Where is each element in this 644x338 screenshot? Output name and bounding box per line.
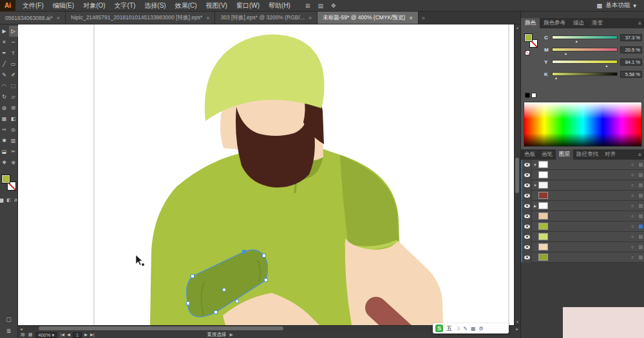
target-circle-icon[interactable]: ○	[629, 224, 636, 229]
artboard-number-field[interactable]: 1	[73, 332, 82, 338]
menu-item-1[interactable]: 文件(F)	[18, 0, 48, 12]
slider-track[interactable]: ▲	[552, 35, 618, 39]
status-doc-icon-1[interactable]: ▤	[21, 332, 25, 337]
anchor-point[interactable]	[265, 279, 268, 282]
slider-value-field[interactable]: 20.5 %	[620, 46, 642, 53]
close-icon[interactable]: ×	[409, 15, 412, 21]
visibility-cell[interactable]	[522, 221, 532, 232]
black-swatch[interactable]	[525, 93, 530, 98]
slider-track[interactable]: ▲	[552, 60, 618, 64]
color-type-button-2[interactable]: ◧	[6, 197, 12, 203]
document-canvas[interactable]	[18, 24, 514, 325]
layer-thumbnail[interactable]	[538, 223, 548, 230]
panel-menu-icon[interactable]: ≡	[638, 18, 644, 28]
scroll-up-icon[interactable]: ▲	[516, 26, 519, 30]
ime-icon-3[interactable]: ▦	[471, 326, 476, 332]
rotate-tool[interactable]: ↻	[0, 91, 9, 102]
slider-value-field[interactable]: 5.58 %	[620, 71, 642, 78]
fill-swatch[interactable]	[1, 174, 10, 183]
first-artboard-icon[interactable]: |◀	[60, 332, 64, 337]
line-segment-tool[interactable]: ╱	[0, 59, 9, 70]
ime-mode-label[interactable]: 五	[446, 324, 452, 333]
pen-tool[interactable]: ✒	[0, 48, 9, 59]
lasso-tool[interactable]: ∽	[9, 37, 18, 48]
color-panel-tab-3[interactable]: 描边	[569, 18, 588, 28]
layer-row-3[interactable]: ▼○	[521, 180, 644, 191]
menu-item-2[interactable]: 编辑(E)	[48, 0, 79, 12]
selection-indicator[interactable]	[636, 225, 644, 229]
target-circle-icon[interactable]: ○	[629, 173, 636, 177]
anchor-point[interactable]	[191, 275, 194, 278]
prev-artboard-icon[interactable]: ◀	[67, 332, 70, 337]
expand-icon[interactable]: ▼	[532, 163, 538, 167]
type-tool[interactable]: T	[9, 48, 18, 59]
shape-builder-tool[interactable]: ◍	[0, 102, 9, 113]
target-circle-icon[interactable]: ○	[629, 162, 636, 167]
visibility-cell[interactable]	[522, 211, 532, 221]
menu-item-9[interactable]: 帮助(H)	[264, 0, 295, 12]
slice-tool[interactable]: ✂	[9, 146, 18, 157]
eyedropper-tool[interactable]: ✑	[0, 124, 9, 135]
last-artboard-icon[interactable]: ▶|	[90, 332, 95, 337]
visibility-cell[interactable]	[522, 252, 532, 263]
layer-row-4[interactable]: ○	[521, 191, 644, 201]
ime-toolbar[interactable]: S 五 ☽✎▦⚙	[433, 323, 509, 333]
horizontal-scroll-thumb[interactable]	[39, 326, 283, 330]
layer-row-5[interactable]: ▶○	[521, 201, 644, 211]
layer-thumbnail[interactable]	[538, 202, 548, 209]
layer-thumbnail[interactable]	[538, 171, 548, 178]
direct-selection-tool[interactable]: ▷	[9, 26, 18, 37]
selection-indicator[interactable]	[636, 245, 644, 249]
visibility-cell[interactable]	[522, 170, 532, 180]
slider-marker-icon[interactable]: ▲	[564, 52, 567, 55]
selection-indicator[interactable]	[636, 173, 644, 177]
color-panel-tab-2[interactable]: 颜色参考	[540, 18, 569, 28]
magic-wand-tool[interactable]: ✳	[0, 37, 9, 48]
color-type-button-1[interactable]: ▆	[0, 197, 5, 203]
document-tab-1[interactable]: 0561634063088.ai*×	[0, 12, 66, 24]
document-tab-2[interactable]: Nipic_21485791_20181010145133983000 [转换]…	[66, 12, 215, 24]
slider-track[interactable]: ▲	[552, 48, 618, 52]
white-swatch[interactable]	[531, 93, 536, 98]
layer-thumbnail[interactable]	[538, 254, 548, 261]
selection-indicator[interactable]	[636, 214, 644, 218]
layer-row-8[interactable]: ○	[521, 232, 644, 242]
panel-menu-icon[interactable]: ≡	[638, 149, 644, 160]
panel-fill-stroke[interactable]	[524, 33, 542, 54]
next-artboard-icon[interactable]: ▶	[84, 332, 88, 337]
paintbrush-tool[interactable]: ✎	[0, 70, 9, 80]
selection-indicator[interactable]	[636, 235, 644, 239]
vertical-scroll-thumb[interactable]	[515, 158, 519, 193]
target-circle-icon[interactable]: ○	[629, 234, 636, 239]
panel-tab-画笔[interactable]: 画笔	[538, 149, 556, 160]
slider-marker-icon[interactable]: ▲	[554, 76, 558, 80]
selection-indicator[interactable]	[636, 256, 644, 259]
target-circle-icon[interactable]: ○	[629, 183, 636, 187]
menu-item-6[interactable]: 效果(C)	[171, 0, 202, 12]
selection-indicator[interactable]	[636, 204, 644, 208]
layer-thumbnail[interactable]	[538, 161, 548, 168]
rectangle-tool[interactable]: ▭	[9, 59, 18, 70]
layer-row-6[interactable]: ○	[521, 211, 644, 221]
panel-tab-对齐[interactable]: 对齐	[601, 149, 619, 160]
selection-tool[interactable]: ▶	[0, 26, 9, 37]
artboard-tool[interactable]: ⬓	[0, 146, 9, 157]
color-spectrum[interactable]	[524, 102, 642, 147]
color-panel-tab-4[interactable]: 渐变	[588, 18, 607, 28]
perspective-grid-tool[interactable]: ⊞	[9, 102, 18, 113]
fill-stroke-indicator[interactable]	[1, 174, 17, 192]
layer-row-2[interactable]: ○	[521, 170, 644, 180]
selection-indicator[interactable]	[636, 163, 644, 167]
panel-tab-色板[interactable]: 色板	[521, 149, 538, 160]
mesh-tool[interactable]: ▦	[0, 113, 9, 124]
status-arrow-icon[interactable]: ▶	[230, 332, 233, 337]
visibility-cell[interactable]	[522, 180, 532, 191]
slider-value-field[interactable]: 37.3 %	[620, 34, 642, 41]
scroll-down-icon[interactable]: ▼	[516, 320, 519, 324]
target-circle-icon[interactable]: ○	[629, 203, 636, 208]
layer-row-9[interactable]: ○	[521, 242, 644, 252]
layer-row-10[interactable]: ○	[521, 252, 644, 263]
ime-icon-1[interactable]: ☽	[455, 326, 460, 332]
layer-thumbnail[interactable]	[538, 212, 548, 220]
tab-overflow-icon[interactable]: »	[419, 12, 428, 24]
